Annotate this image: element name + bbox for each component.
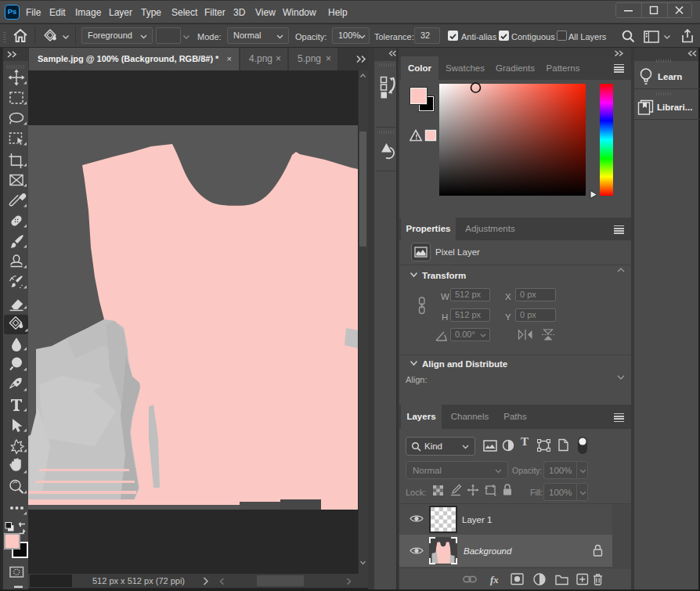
svg-text:fx: fx	[490, 574, 499, 586]
